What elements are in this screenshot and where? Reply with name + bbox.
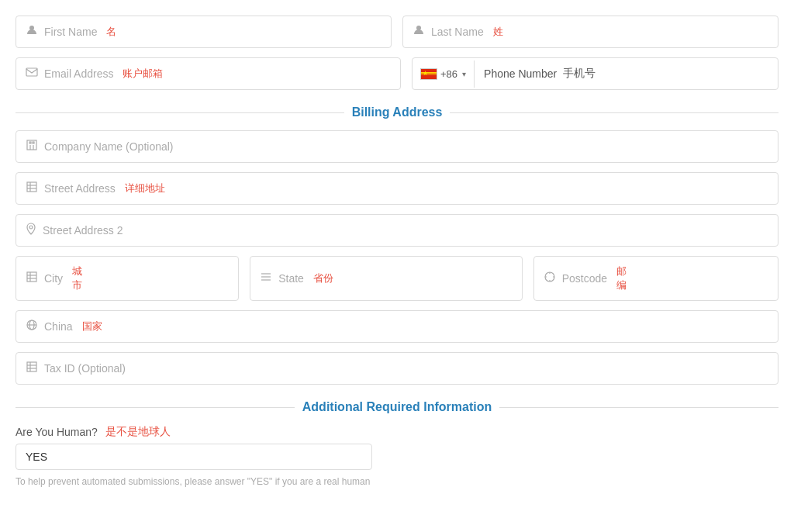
human-input[interactable]: [16, 444, 372, 470]
street-row: Street Address 详细地址: [16, 172, 778, 205]
human-section: Are You Human? 是不是地球人 To help prevent au…: [16, 425, 778, 489]
postcode-input[interactable]: [633, 272, 768, 285]
street2-field: Street Address 2: [16, 214, 778, 247]
street-field: Street Address 详细地址: [16, 172, 778, 205]
country-input[interactable]: [109, 320, 768, 333]
svg-rect-24: [27, 362, 36, 371]
user-icon-2: [413, 24, 425, 40]
svg-rect-3: [27, 140, 36, 150]
china-flag-icon: [420, 68, 437, 80]
street2-input[interactable]: [129, 224, 768, 237]
company-input[interactable]: [180, 140, 768, 153]
tax-row: Tax ID (Optional): [16, 352, 778, 385]
pin-icon: [26, 223, 36, 238]
building-icon: [26, 139, 38, 154]
country-row: China 国家: [16, 310, 778, 343]
first-name-input[interactable]: [123, 26, 381, 38]
state-icon: [260, 271, 272, 286]
city-label: City: [44, 272, 63, 285]
last-name-input[interactable]: [509, 26, 768, 38]
city-input[interactable]: [93, 272, 229, 285]
street2-label: Street Address 2: [43, 224, 123, 237]
globe-icon: [26, 319, 38, 334]
billing-section-title: Billing Address: [16, 105, 778, 119]
state-cn: 省份: [313, 271, 333, 285]
state-label: State: [278, 272, 304, 285]
email-field: Email Address 账户邮箱: [16, 57, 401, 90]
email-phone-row: Email Address 账户邮箱 +86 ▾ Phone Number 手机…: [16, 57, 778, 90]
first-name-label: First Name: [44, 26, 97, 38]
human-cn: 是不是地球人: [105, 425, 171, 439]
city-icon: [26, 271, 38, 286]
city-cn: 城市: [72, 264, 87, 292]
company-label: Company Name (Optional): [44, 140, 174, 153]
postcode-field: Postcode 邮编: [533, 256, 778, 301]
country-value: China: [44, 320, 73, 333]
name-row: First Name 名 Last Name 姓: [16, 16, 778, 48]
email-input[interactable]: [169, 67, 391, 80]
tax-icon: [26, 361, 38, 376]
phone-code: +86: [440, 68, 457, 80]
phone-cn: 手机号: [563, 67, 596, 81]
user-icon: [26, 24, 38, 40]
country-field: China 国家: [16, 310, 778, 343]
phone-input[interactable]: [602, 67, 768, 80]
phone-input-wrap: Phone Number 手机号: [475, 59, 778, 88]
street-label: Street Address: [44, 182, 116, 195]
first-name-cn: 名: [106, 25, 116, 39]
svg-rect-13: [27, 272, 36, 282]
first-name-field: First Name 名: [16, 16, 392, 48]
chevron-down-icon: ▾: [462, 70, 466, 78]
human-label: Are You Human?: [16, 426, 98, 438]
svg-rect-6: [29, 142, 31, 143]
postcode-cn: 邮编: [616, 264, 627, 292]
street2-row: Street Address 2: [16, 214, 778, 247]
last-name-cn: 姓: [493, 25, 503, 39]
postcode-icon: [544, 271, 556, 286]
phone-field: +86 ▾ Phone Number 手机号: [412, 57, 778, 90]
tax-label: Tax ID (Optional): [44, 362, 126, 375]
additional-section-title: Additional Required Information: [16, 400, 778, 414]
last-name-field: Last Name 姓: [402, 16, 778, 48]
last-name-label: Last Name: [431, 26, 484, 38]
city-field: City 城市: [16, 256, 239, 301]
phone-label: Phone Number: [484, 67, 557, 80]
phone-country-selector[interactable]: +86 ▾: [413, 60, 475, 88]
company-field: Company Name (Optional): [16, 130, 778, 163]
form-container: First Name 名 Last Name 姓 Email Address 账…: [16, 16, 778, 489]
street-cn: 详细地址: [125, 181, 165, 195]
billing-title-text: Billing Address: [352, 105, 443, 119]
svg-rect-2: [26, 68, 37, 76]
country-cn: 国家: [82, 320, 102, 333]
human-hint: To help prevent automated submissions, p…: [16, 475, 372, 489]
svg-rect-7: [33, 142, 34, 143]
map-icon: [26, 181, 38, 196]
svg-rect-8: [27, 182, 36, 192]
envelope-icon: [26, 66, 38, 81]
street-input[interactable]: [171, 182, 768, 195]
additional-title-text: Additional Required Information: [302, 400, 492, 414]
company-row: Company Name (Optional): [16, 130, 778, 163]
svg-point-12: [29, 226, 33, 229]
email-label: Email Address: [44, 67, 113, 80]
city-state-post-row: City 城市 State 省份 Postcode 邮编: [16, 256, 778, 301]
postcode-label: Postcode: [562, 272, 607, 285]
tax-input[interactable]: [132, 362, 768, 375]
state-field: State 省份: [250, 256, 522, 301]
email-cn: 账户邮箱: [123, 67, 163, 81]
tax-field: Tax ID (Optional): [16, 352, 778, 385]
human-label-row: Are You Human? 是不是地球人: [16, 425, 778, 439]
state-input[interactable]: [340, 272, 513, 285]
